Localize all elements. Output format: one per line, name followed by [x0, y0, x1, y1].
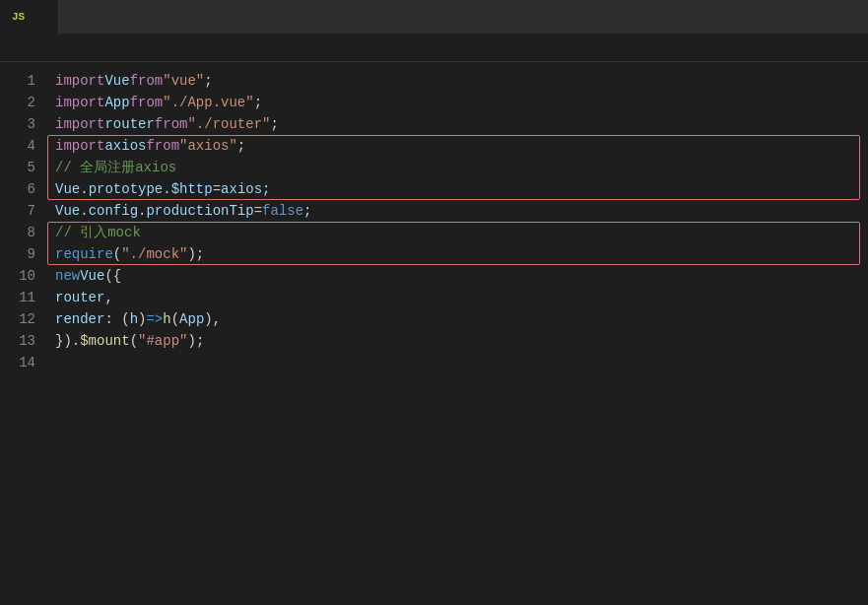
token: ) [204, 308, 212, 330]
code-line-9: require("./mock"); [55, 243, 868, 265]
tab-bar: JS [0, 0, 868, 34]
code-line-7: Vue.config.productionTip = false; [55, 200, 868, 222]
token: import [55, 70, 104, 92]
token: => [146, 308, 163, 330]
token: = [254, 200, 262, 222]
token: router [104, 113, 154, 135]
token: $mount [80, 330, 129, 352]
token: Vue [55, 178, 80, 200]
token: ) [63, 330, 71, 352]
token: import [55, 92, 104, 113]
token: Vue [80, 265, 104, 287]
token: from [155, 113, 188, 135]
token: ; [270, 113, 278, 135]
token: h [130, 308, 138, 330]
token: ({ [104, 265, 121, 287]
code-line-11: router, [55, 287, 868, 308]
token: "./App.vue" [163, 92, 253, 113]
token: : ( [104, 308, 129, 330]
token: ) [187, 243, 195, 265]
token: ; [237, 135, 245, 157]
token: ; [303, 200, 311, 222]
token: Vue [55, 200, 80, 222]
line-number-4: 4 [0, 135, 35, 157]
token: $http [171, 178, 213, 200]
token: h [163, 308, 170, 330]
line-number-14: 14 [0, 352, 35, 373]
code-line-13: }).$mount("#app"); [55, 330, 868, 352]
token: from [130, 92, 164, 113]
line-number-13: 13 [0, 330, 35, 352]
code-line-6: Vue.prototype.$http = axios; [55, 178, 868, 200]
token: prototype [89, 178, 164, 200]
token: // 全局注册axios [55, 157, 176, 178]
line-number-6: 6 [0, 178, 35, 200]
token: ; [254, 92, 262, 113]
code-line-3: import router from "./router"; [55, 113, 868, 135]
token: ; [196, 243, 204, 265]
token: require [55, 243, 113, 265]
token: App [179, 308, 204, 330]
token: Vue [104, 70, 129, 92]
token: "./router" [187, 113, 270, 135]
tab-main-js[interactable]: JS [0, 0, 59, 34]
token: axios [104, 135, 146, 157]
code-line-4: import axios from "axios"; [55, 135, 868, 157]
line-number-9: 9 [0, 243, 35, 265]
token: import [55, 113, 104, 135]
token: . [80, 178, 88, 200]
token: // 引入mock [55, 222, 141, 243]
code-line-10: new Vue({ [55, 265, 868, 287]
line-numbers: 1234567891011121314 [0, 62, 47, 605]
line-number-5: 5 [0, 157, 35, 178]
token: config [89, 200, 138, 222]
code-line-2: import App from "./App.vue"; [55, 92, 868, 113]
code-line-5: // 全局注册axios [55, 157, 868, 178]
token: new [55, 265, 80, 287]
token: "axios" [179, 135, 237, 157]
token: false [262, 200, 303, 222]
line-number-3: 3 [0, 113, 35, 135]
token: ( [113, 243, 121, 265]
token: , [213, 308, 221, 330]
line-number-11: 11 [0, 287, 35, 308]
line-number-8: 8 [0, 222, 35, 243]
breadcrumb [0, 34, 868, 62]
code-line-8: // 引入mock [55, 222, 868, 243]
token: axios [221, 178, 262, 200]
line-number-12: 12 [0, 308, 35, 330]
token: ; [196, 330, 204, 352]
code-line-1: import Vue from "vue"; [55, 70, 868, 92]
line-number-10: 10 [0, 265, 35, 287]
token: App [104, 92, 129, 113]
line-number-7: 7 [0, 200, 35, 222]
token: , [104, 287, 112, 308]
js-icon: JS [12, 11, 25, 23]
code-area[interactable]: import Vue from "vue";import App from ".… [47, 62, 868, 605]
token: . [80, 200, 88, 222]
token: . [138, 200, 146, 222]
token: router [55, 287, 104, 308]
token: ; [204, 70, 212, 92]
token: . [163, 178, 170, 200]
token: "#app" [138, 330, 187, 352]
editor-area: 1234567891011121314 import Vue from "vue… [0, 62, 868, 605]
token: ( [130, 330, 138, 352]
token: . [72, 330, 80, 352]
code-line-14 [55, 352, 868, 373]
token: "vue" [163, 70, 204, 92]
line-number-1: 1 [0, 70, 35, 92]
token: "./mock" [121, 243, 187, 265]
token: ; [262, 178, 270, 200]
token: from [130, 70, 164, 92]
token: render [55, 308, 104, 330]
token: productionTip [146, 200, 253, 222]
token: from [146, 135, 179, 157]
token: ) [187, 330, 195, 352]
token: import [55, 135, 104, 157]
token: ( [171, 308, 179, 330]
code-line-12: render: (h) => h(App), [55, 308, 868, 330]
line-number-2: 2 [0, 92, 35, 113]
token: ) [138, 308, 146, 330]
token: = [213, 178, 221, 200]
